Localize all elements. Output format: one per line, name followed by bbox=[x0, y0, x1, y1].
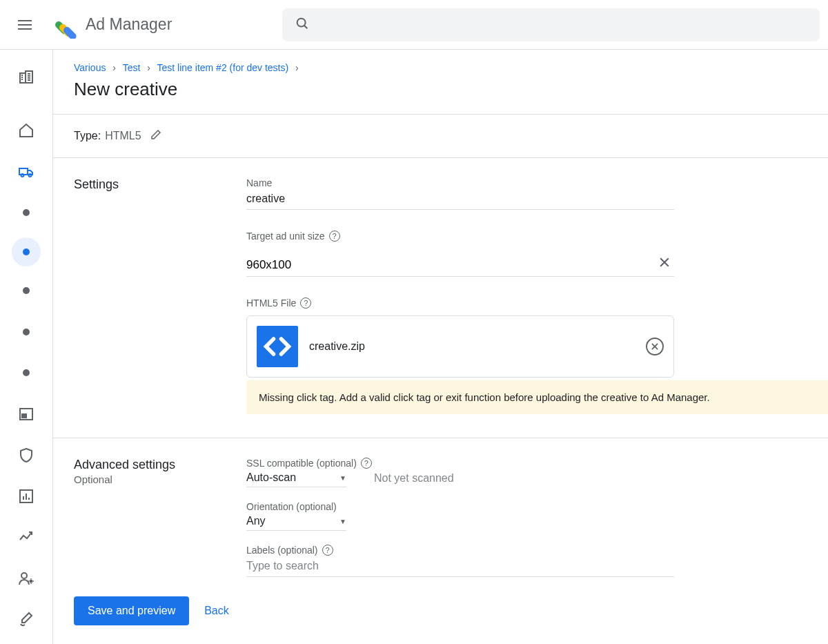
sidebar-sub-dot-1[interactable] bbox=[10, 197, 43, 230]
remove-file-button[interactable] bbox=[646, 338, 664, 355]
sidebar bbox=[0, 50, 53, 644]
type-value: HTML5 bbox=[105, 130, 141, 142]
sidebar-item-insights[interactable] bbox=[10, 521, 43, 554]
clear-size-button[interactable] bbox=[655, 253, 674, 275]
code-file-icon bbox=[257, 326, 298, 367]
name-input[interactable] bbox=[246, 188, 674, 210]
page-title: New creative bbox=[53, 77, 828, 115]
admanager-logo[interactable] bbox=[50, 11, 77, 39]
file-card: creative.zip bbox=[246, 315, 674, 378]
svg-line-4 bbox=[304, 25, 307, 28]
ssl-value: Auto-scan bbox=[246, 471, 331, 484]
name-label: Name bbox=[246, 177, 674, 188]
sidebar-sub-dot-active[interactable] bbox=[12, 237, 41, 266]
settings-section: Settings Name Target ad unit size ? bbox=[53, 158, 828, 438]
warning-banner: Missing click tag. Add a valid click tag… bbox=[246, 380, 828, 414]
scan-status: Not yet scanned bbox=[374, 472, 454, 487]
chevron-right-icon: › bbox=[295, 62, 299, 73]
orientation-value: Any bbox=[246, 515, 331, 527]
sidebar-sub-dot-5[interactable] bbox=[10, 357, 43, 390]
hamburger-icon bbox=[18, 19, 32, 31]
search-icon bbox=[295, 16, 310, 34]
advanced-title: Advanced settings bbox=[74, 458, 246, 472]
chevron-right-icon: › bbox=[147, 62, 150, 73]
svg-point-24 bbox=[30, 579, 33, 583]
chevron-right-icon: › bbox=[112, 62, 116, 73]
footer-actions: Save and preview Back bbox=[53, 584, 828, 638]
brand-title: Ad Manager bbox=[86, 15, 172, 34]
sidebar-item-reports[interactable] bbox=[10, 480, 43, 513]
breadcrumb: Various › Test › Test line item #2 (for … bbox=[74, 62, 807, 73]
sidebar-sub-dot-4[interactable] bbox=[10, 315, 43, 349]
svg-point-3 bbox=[297, 18, 306, 26]
ssl-select[interactable]: Auto-scan ▼ bbox=[246, 469, 346, 487]
sidebar-item-home[interactable] bbox=[10, 115, 43, 148]
help-icon[interactable]: ? bbox=[300, 297, 311, 309]
sidebar-item-delivery[interactable] bbox=[10, 155, 43, 188]
labels-input[interactable] bbox=[246, 556, 674, 577]
main-content: Various › Test › Test line item #2 (for … bbox=[53, 50, 828, 644]
svg-rect-6 bbox=[26, 71, 32, 83]
back-button[interactable]: Back bbox=[204, 605, 229, 617]
target-size-label: Target ad unit size bbox=[246, 231, 325, 242]
ssl-label: SSL compatible (optional) bbox=[246, 458, 357, 469]
svg-point-23 bbox=[21, 573, 27, 578]
breadcrumb-link-3[interactable]: Test line item #2 (for dev tests) bbox=[157, 62, 289, 73]
help-icon[interactable]: ? bbox=[322, 545, 333, 556]
help-icon[interactable]: ? bbox=[361, 458, 372, 469]
breadcrumb-link-2[interactable]: Test bbox=[123, 62, 141, 73]
dropdown-icon: ▼ bbox=[339, 518, 346, 525]
sidebar-item-settings[interactable] bbox=[10, 603, 43, 636]
menu-button[interactable] bbox=[8, 8, 41, 41]
app-header: Ad Manager bbox=[0, 0, 828, 50]
save-preview-button[interactable]: Save and preview bbox=[74, 596, 189, 625]
orientation-label: Orientation (optional) bbox=[246, 501, 337, 512]
edit-type-button[interactable] bbox=[150, 128, 162, 144]
sidebar-item-domain[interactable] bbox=[10, 61, 43, 94]
sidebar-item-inventory[interactable] bbox=[10, 398, 43, 431]
target-size-input[interactable] bbox=[246, 251, 655, 276]
sidebar-item-protections[interactable] bbox=[10, 439, 43, 472]
type-row: Type: HTML5 bbox=[53, 115, 828, 158]
sidebar-sub-dot-3[interactable] bbox=[10, 275, 43, 308]
search-box[interactable] bbox=[282, 8, 820, 41]
svg-rect-18 bbox=[22, 414, 26, 418]
breadcrumb-link-1[interactable]: Various bbox=[74, 62, 106, 73]
settings-title: Settings bbox=[74, 177, 246, 192]
sidebar-item-admin[interactable] bbox=[10, 562, 43, 595]
labels-label: Labels (optional) bbox=[246, 545, 318, 556]
file-name: creative.zip bbox=[309, 340, 635, 353]
orientation-select[interactable]: Any ▼ bbox=[246, 512, 346, 531]
help-icon[interactable]: ? bbox=[329, 231, 340, 242]
file-label: HTML5 File bbox=[246, 297, 296, 309]
advanced-subtitle: Optional bbox=[74, 474, 246, 485]
type-label: Type: bbox=[74, 130, 101, 142]
advanced-section: Advanced settings Optional SSL compatibl… bbox=[53, 438, 828, 584]
dropdown-icon: ▼ bbox=[339, 474, 346, 482]
